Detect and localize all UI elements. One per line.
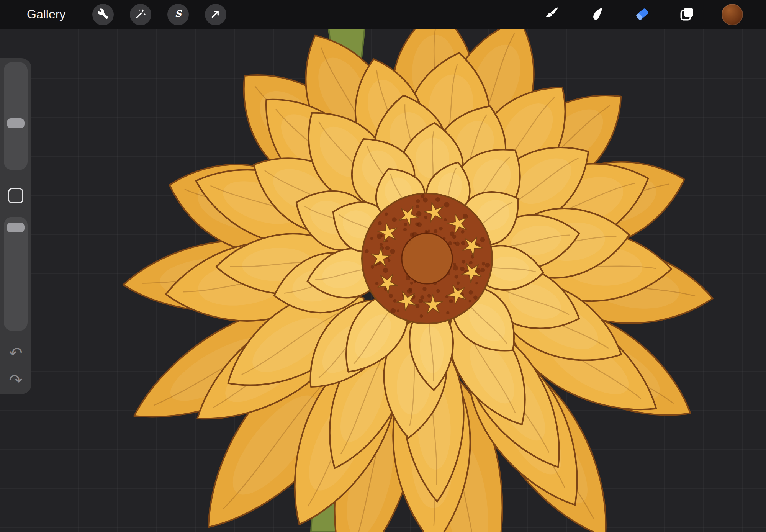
actions-button[interactable]: [92, 4, 114, 25]
brush-size-slider[interactable]: [4, 62, 28, 170]
paint-button[interactable]: [541, 4, 562, 25]
active-color-swatch: [722, 4, 743, 25]
top-toolbar: Gallery S: [0, 0, 766, 29]
redo-button[interactable]: ↷: [4, 370, 27, 390]
adjustments-button[interactable]: [130, 4, 151, 25]
eraser-icon: [633, 5, 650, 23]
opacity-slider[interactable]: [4, 217, 28, 331]
undo-button[interactable]: ↶: [4, 343, 27, 363]
opacity-handle[interactable]: [7, 223, 25, 232]
brush-icon: [543, 5, 560, 23]
procreate-app: Gallery S: [0, 0, 766, 532]
smudge-button[interactable]: [586, 4, 607, 25]
layers-button[interactable]: [676, 4, 698, 25]
transform-arrow-icon: [210, 8, 221, 21]
redo-icon: ↷: [9, 371, 22, 390]
eraser-button[interactable]: [631, 4, 653, 25]
modify-button[interactable]: [8, 188, 23, 203]
gallery-button[interactable]: Gallery: [27, 7, 65, 21]
color-swatch-button[interactable]: [722, 4, 743, 25]
canvas[interactable]: [0, 0, 766, 532]
transform-button[interactable]: [205, 4, 226, 25]
side-toolbar: ↶ ↷: [0, 58, 31, 394]
toolbar-right-group: [541, 4, 743, 25]
svg-text:S: S: [175, 8, 182, 19]
layers-icon: [679, 5, 696, 23]
smudge-icon: [588, 5, 605, 23]
magic-wand-icon: [135, 8, 146, 21]
selection-button[interactable]: S: [167, 4, 189, 25]
toolbar-left-group: Gallery S: [27, 4, 226, 25]
wrench-icon: [97, 8, 109, 21]
brush-size-handle[interactable]: [7, 118, 25, 128]
selection-s-icon: S: [172, 8, 184, 21]
undo-icon: ↶: [9, 344, 22, 362]
canvas-artwork-flower: [0, 29, 766, 532]
